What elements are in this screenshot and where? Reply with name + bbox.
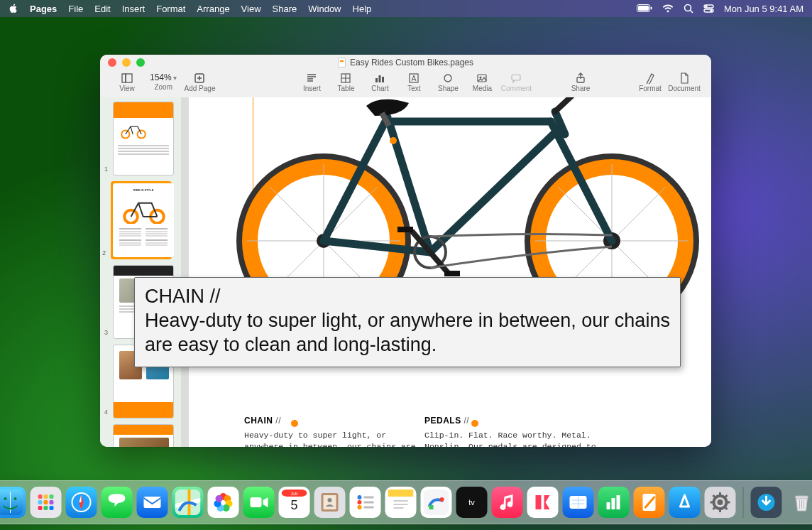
toolbar-text[interactable]: AText bbox=[397, 72, 431, 92]
battery-icon[interactable] bbox=[637, 4, 652, 13]
svg-rect-80 bbox=[44, 500, 48, 504]
toolbar-document[interactable]: Document bbox=[667, 72, 701, 92]
dock-contacts[interactable] bbox=[314, 487, 346, 518]
svg-point-104 bbox=[328, 498, 332, 502]
minimize-button[interactable] bbox=[122, 58, 131, 67]
dock-music[interactable] bbox=[492, 487, 523, 518]
toolbar-view-label: View bbox=[119, 85, 135, 92]
menu-arrange[interactable]: Arrange bbox=[197, 4, 229, 14]
svg-rect-71 bbox=[397, 227, 413, 232]
dock-mail[interactable] bbox=[137, 487, 168, 518]
zoom-value[interactable]: 154% bbox=[147, 72, 180, 83]
dock-reminders[interactable] bbox=[350, 487, 381, 518]
dock-trash[interactable] bbox=[786, 487, 813, 518]
toolbar-addpage[interactable]: Add Page bbox=[182, 72, 216, 92]
svg-rect-9 bbox=[122, 74, 126, 82]
menu-format[interactable]: Format bbox=[156, 4, 185, 14]
dock-news[interactable] bbox=[527, 487, 559, 518]
wifi-icon[interactable] bbox=[662, 4, 674, 13]
thumb-2[interactable]: RIDE IN STYLE 2 bbox=[111, 181, 172, 259]
menu-help[interactable]: Help bbox=[353, 4, 372, 14]
insert-label: Insert bbox=[303, 85, 321, 92]
dock-photos[interactable] bbox=[208, 487, 239, 518]
pedals-heading: PEDALS bbox=[424, 416, 461, 426]
page-2[interactable]: CHAIN // Heavy-duty to super light, or a… bbox=[189, 97, 711, 447]
dock-freeform[interactable] bbox=[421, 487, 452, 518]
svg-point-33 bbox=[124, 210, 137, 223]
dock-downloads[interactable] bbox=[751, 487, 782, 518]
media-label: Media bbox=[473, 85, 492, 92]
section-pedals[interactable]: PEDALS // Clip-in. Flat. Race worthy. Me… bbox=[424, 416, 602, 447]
callout-dot-2 bbox=[390, 137, 397, 144]
toolbar-media[interactable]: Media bbox=[465, 72, 499, 92]
menu-file[interactable]: File bbox=[68, 4, 83, 14]
toolbar-shape[interactable]: Shape bbox=[431, 72, 465, 92]
dock-notes[interactable] bbox=[385, 487, 417, 518]
dock-stocks[interactable] bbox=[563, 487, 594, 518]
dock-safari[interactable] bbox=[66, 487, 97, 518]
toolbar-zoom[interactable]: 154% Zoom bbox=[147, 72, 180, 91]
svg-point-3 bbox=[684, 5, 691, 11]
toolbar-share[interactable]: Share bbox=[564, 72, 598, 92]
menu-insert[interactable]: Insert bbox=[122, 4, 146, 14]
svg-line-48 bbox=[612, 187, 666, 241]
menu-window[interactable]: Window bbox=[308, 4, 341, 14]
pages-doc-icon bbox=[338, 58, 346, 67]
dock-calendar[interactable]: JUN5 bbox=[279, 487, 310, 518]
shape-icon bbox=[442, 72, 454, 85]
svg-point-97 bbox=[216, 495, 223, 502]
svg-rect-89 bbox=[144, 497, 161, 508]
apple-icon[interactable] bbox=[9, 4, 18, 13]
dock-appstore[interactable] bbox=[669, 487, 701, 518]
menu-edit[interactable]: Edit bbox=[94, 4, 110, 14]
toolbar-view[interactable]: View bbox=[110, 72, 144, 92]
pedals-body: Clip-in. Flat. Race worthy. Metal. Nonsl… bbox=[424, 430, 602, 447]
dock-maps[interactable] bbox=[172, 487, 204, 518]
svg-point-7 bbox=[706, 6, 707, 7]
shape-label: Shape bbox=[438, 85, 459, 92]
dock-facetime[interactable] bbox=[243, 487, 275, 518]
svg-rect-111 bbox=[388, 490, 414, 497]
thumb-5[interactable]: 5 bbox=[113, 424, 174, 447]
format-label: Format bbox=[639, 85, 662, 92]
menubar-app[interactable]: Pages bbox=[30, 4, 57, 14]
toolbar-chart[interactable]: Chart bbox=[363, 72, 397, 92]
svg-point-26 bbox=[444, 75, 451, 82]
dock-tv[interactable]: tv bbox=[456, 487, 488, 518]
svg-rect-84 bbox=[50, 506, 54, 510]
menu-view[interactable]: View bbox=[241, 4, 261, 14]
svg-rect-23 bbox=[382, 77, 384, 82]
thumb-1[interactable]: 1 bbox=[113, 102, 174, 175]
text-icon: A bbox=[408, 72, 419, 85]
svg-rect-1 bbox=[638, 6, 649, 11]
addpage-label: Add Page bbox=[185, 85, 216, 92]
spotlight-icon[interactable] bbox=[684, 4, 693, 13]
table-label: Table bbox=[338, 85, 355, 92]
zoom-button[interactable] bbox=[136, 58, 145, 67]
dock-finder[interactable] bbox=[0, 487, 26, 518]
page-thumbnails[interactable]: 1 RIDE IN STYLE 2 3 bbox=[100, 97, 182, 447]
menu-share[interactable]: Share bbox=[273, 4, 297, 14]
dock-messages[interactable] bbox=[102, 487, 133, 518]
dock-numbers[interactable] bbox=[598, 487, 630, 518]
dock-launchpad[interactable] bbox=[31, 487, 62, 518]
hover-line2: Heavy-duty to super light, or anywhere i… bbox=[145, 309, 670, 357]
control-center-icon[interactable] bbox=[703, 4, 714, 13]
toolbar-comment[interactable]: Comment bbox=[499, 72, 533, 92]
menubar: Pages File Edit Insert Format Arrange Vi… bbox=[0, 0, 812, 17]
section-chain[interactable]: CHAIN // Heavy-duty to super light, or a… bbox=[244, 416, 422, 447]
toolbar-format[interactable]: Format bbox=[633, 72, 667, 92]
document-canvas[interactable]: CHAIN // Heavy-duty to super light, or a… bbox=[182, 97, 711, 447]
toolbar-table[interactable]: Table bbox=[329, 72, 363, 92]
dock-settings[interactable] bbox=[705, 487, 736, 518]
svg-text:A: A bbox=[412, 75, 417, 82]
svg-point-32 bbox=[138, 130, 146, 138]
svg-rect-82 bbox=[38, 506, 43, 510]
format-icon bbox=[644, 72, 656, 85]
close-button[interactable] bbox=[108, 58, 116, 67]
toolbar-insert[interactable]: Insert bbox=[295, 72, 329, 92]
menubar-clock[interactable]: Mon Jun 5 9:41 AM bbox=[724, 4, 803, 14]
dock-pages-app[interactable] bbox=[634, 487, 665, 518]
svg-point-31 bbox=[121, 130, 129, 138]
svg-line-65 bbox=[555, 97, 576, 112]
